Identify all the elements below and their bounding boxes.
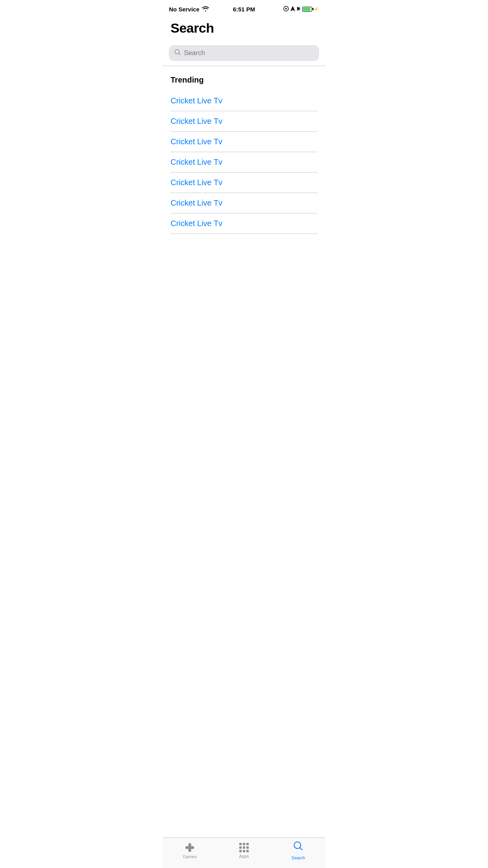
- status-left: No Service: [169, 6, 209, 13]
- trending-link[interactable]: Cricket Live Tv: [171, 178, 222, 187]
- svg-point-1: [285, 8, 287, 9]
- trending-link[interactable]: Cricket Live Tv: [171, 199, 222, 207]
- header: Search: [163, 17, 325, 45]
- trending-item[interactable]: Cricket Live Tv: [171, 193, 317, 213]
- search-bar-icon: [174, 49, 181, 57]
- trending-item[interactable]: Cricket Live Tv: [171, 111, 317, 132]
- trending-item[interactable]: Cricket Live Tv: [171, 173, 317, 193]
- search-input[interactable]: [184, 49, 314, 57]
- charging-icon: ⚡: [314, 7, 319, 12]
- location-icon: [283, 6, 289, 13]
- trending-link[interactable]: Cricket Live Tv: [171, 219, 222, 228]
- trending-item[interactable]: Cricket Live Tv: [171, 132, 317, 152]
- trending-link[interactable]: Cricket Live Tv: [171, 96, 222, 105]
- trending-item[interactable]: Cricket Live Tv: [171, 91, 317, 111]
- battery-indicator: [302, 7, 312, 12]
- search-bar[interactable]: [169, 45, 319, 61]
- bluetooth-icon: [297, 6, 301, 13]
- wifi-icon: [202, 6, 209, 13]
- status-bar: No Service 6:51 PM: [163, 0, 325, 17]
- trending-list: Cricket Live TvCricket Live TvCricket Li…: [171, 91, 317, 234]
- trending-link[interactable]: Cricket Live Tv: [171, 117, 222, 125]
- page-title: Search: [171, 20, 317, 36]
- status-time: 6:51 PM: [233, 6, 255, 13]
- trending-item[interactable]: Cricket Live Tv: [171, 213, 317, 234]
- trending-title: Trending: [171, 75, 317, 85]
- trending-link[interactable]: Cricket Live Tv: [171, 158, 222, 166]
- navigation-icon: [290, 6, 295, 13]
- main-content: Search Trending Cricket Live TvCricket L…: [163, 17, 325, 265]
- search-bar-container: [163, 45, 325, 66]
- trending-link[interactable]: Cricket Live Tv: [171, 137, 222, 146]
- carrier-text: No Service: [169, 6, 200, 13]
- trending-section: Trending Cricket Live TvCricket Live TvC…: [163, 66, 325, 234]
- status-right: ⚡: [283, 6, 319, 13]
- trending-item[interactable]: Cricket Live Tv: [171, 152, 317, 173]
